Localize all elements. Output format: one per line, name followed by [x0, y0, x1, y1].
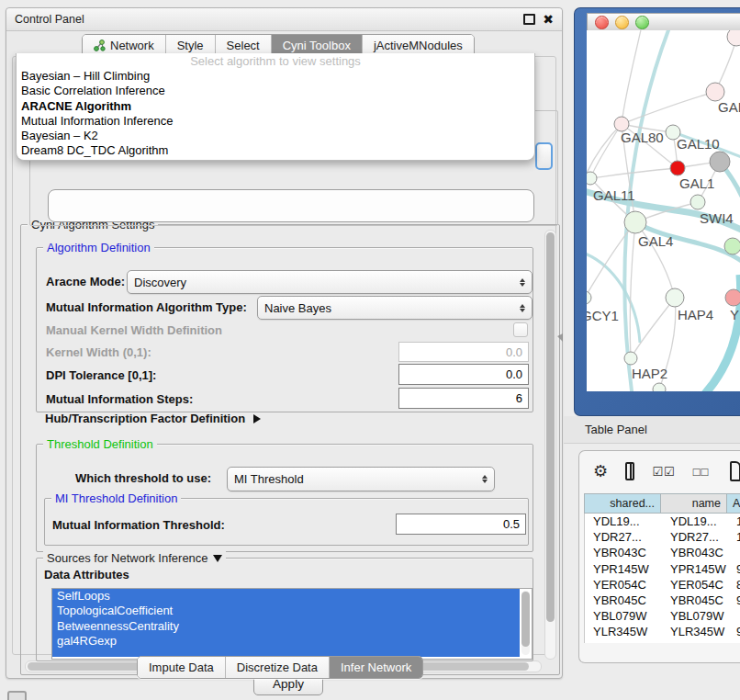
- attribute-list-item[interactable]: TopologicalCoefficient: [52, 604, 520, 618]
- network-node[interactable]: [653, 383, 666, 391]
- table-column-header[interactable]: A: [727, 493, 740, 514]
- attribute-list-item[interactable]: SelfLoops: [52, 589, 520, 604]
- network-window-titlebar: [587, 13, 740, 32]
- kernel-width-field[interactable]: 0.0: [398, 342, 529, 362]
- panel-divider-cursor[interactable]: [557, 333, 563, 342]
- scrollbar-thumb[interactable]: [546, 232, 555, 622]
- network-node-label: Y: [730, 307, 739, 322]
- manual-kernel-checkbox[interactable]: [513, 322, 528, 337]
- algorithm-option[interactable]: Bayesian – K2: [17, 129, 534, 143]
- tab-impute-data[interactable]: Impute Data: [138, 657, 226, 678]
- attribute-list-item[interactable]: BetweennessCentrality: [52, 619, 520, 634]
- table-cell: 13: [728, 514, 740, 529]
- which-threshold-combo[interactable]: MI Threshold: [227, 467, 495, 491]
- aracne-mode-combo[interactable]: Discovery: [127, 270, 533, 294]
- table-cell: YBR043C: [585, 545, 662, 560]
- tab-infer-network[interactable]: Infer Network: [330, 657, 422, 678]
- sources-legend[interactable]: Sources for Network Inference: [43, 551, 226, 565]
- close-icon[interactable]: ✖: [543, 15, 554, 24]
- table-row[interactable]: YIL052CYIL052C0.: [585, 640, 740, 644]
- tab-label: Discretize Data: [237, 660, 318, 674]
- list-vertical-scrollbar[interactable]: [521, 591, 530, 655]
- algorithm-option[interactable]: Bayesian – Hill Climbing: [17, 69, 534, 84]
- network-edge[interactable]: [587, 222, 635, 298]
- export-table-icon[interactable]: [730, 461, 740, 481]
- algorithm-option[interactable]: ARACNE Algorithm: [17, 99, 534, 114]
- table-cell: YDR27...: [662, 529, 728, 545]
- algorithm-combo-focus-fragment[interactable]: [535, 142, 553, 170]
- table-row[interactable]: YBL079WYBL079W: [585, 608, 740, 624]
- table-row[interactable]: YDL19...YDL19...13: [585, 514, 740, 529]
- algorithm-option[interactable]: Mutual Information Inference: [17, 114, 534, 129]
- table-column-header[interactable]: shared...: [584, 493, 661, 514]
- algorithm-option[interactable]: Dream8 DC_TDC Algorithm: [17, 143, 534, 158]
- table-settings-gear-icon[interactable]: ⚙: [593, 463, 608, 480]
- algorithm-option[interactable]: Basic Correlation Inference: [17, 84, 534, 98]
- scrollbar-thumb[interactable]: [521, 592, 530, 647]
- float-window-icon[interactable]: [523, 14, 535, 25]
- kernel-width-value: 0.0: [506, 345, 522, 359]
- network-edge[interactable]: [622, 92, 715, 124]
- attribute-list-item[interactable]: gal4RGexp: [52, 634, 520, 649]
- network-node[interactable]: [666, 288, 684, 307]
- network-node[interactable]: [624, 211, 646, 233]
- table-cell: YBR043C: [662, 545, 728, 560]
- zoom-traffic-icon[interactable]: [635, 16, 649, 29]
- table-cell: YIL052C: [585, 640, 662, 644]
- table-toolbar: ⚙ ☑☑ □□: [579, 451, 740, 491]
- network-node[interactable]: [690, 195, 705, 209]
- select-all-checks-icon[interactable]: ☑☑: [652, 465, 675, 479]
- network-edge[interactable]: [590, 124, 622, 178]
- table-cell: YLR345W: [662, 624, 728, 639]
- table-row[interactable]: YPR145WYPR145W9.: [585, 561, 740, 577]
- mi-threshold-field[interactable]: 0.5: [396, 514, 526, 535]
- network-node-label: SWI4: [700, 210, 734, 226]
- table-cell: 0.: [728, 640, 740, 644]
- network-node[interactable]: [587, 172, 597, 185]
- cyni-algorithm-settings-group: Cyni Algorithm Settings Algorithm Defini…: [20, 224, 560, 675]
- split-columns-icon[interactable]: [625, 462, 634, 480]
- network-edge[interactable]: [630, 222, 635, 358]
- control-panel-bottom-tabs: Impute DataDiscretize DataInfer Network: [137, 656, 423, 679]
- network-node[interactable]: [670, 161, 685, 175]
- combo-arrows-icon: [520, 304, 525, 312]
- deselect-all-boxes-icon[interactable]: □□: [693, 465, 710, 479]
- network-node[interactable]: [710, 152, 730, 172]
- dpi-tolerance-label: DPI Tolerance [0,1]:: [46, 368, 156, 382]
- table-row[interactable]: YER054CYER054C8.: [585, 577, 740, 593]
- network-graph: GALGAL80GAL10GAL1GAL11SWI4GAL4GCY1HAP4YH…: [587, 30, 740, 391]
- hub-definition-toggle[interactable]: Hub/Transcription Factor Definition: [45, 412, 261, 425]
- network-edge[interactable]: [622, 30, 642, 124]
- network-node[interactable]: [727, 30, 740, 46]
- minimize-traffic-icon[interactable]: [615, 16, 629, 29]
- algorithm-placeholder: Select algorithm to view settings: [17, 53, 534, 69]
- tab-label: Style: [177, 39, 204, 52]
- manual-kernel-label: Manual Kernel Width Definition: [46, 323, 222, 337]
- settings-vertical-scrollbar[interactable]: [544, 230, 556, 660]
- table-row[interactable]: YDR27...YDR27...12: [585, 529, 740, 545]
- tab-label: Infer Network: [341, 660, 411, 674]
- network-view-window[interactable]: GALGAL80GAL10GAL1GAL11SWI4GAL4GCY1HAP4YH…: [574, 7, 740, 416]
- mi-type-combo[interactable]: Naive Bayes: [257, 296, 533, 320]
- network-node[interactable]: [725, 289, 740, 306]
- tab-discretize-data[interactable]: Discretize Data: [226, 657, 330, 678]
- table-row[interactable]: YBR045CYBR045C9.: [585, 593, 740, 608]
- table-column-header[interactable]: name: [661, 493, 727, 514]
- network-node-label: HAP2: [632, 366, 667, 381]
- network-node[interactable]: [724, 238, 740, 254]
- network-node-label: GAL4: [638, 233, 673, 249]
- network-node[interactable]: [706, 83, 724, 101]
- network-selector-combo-fragment[interactable]: [48, 189, 534, 222]
- network-node[interactable]: [587, 291, 591, 304]
- minimized-panel-icon[interactable]: [7, 691, 27, 700]
- close-traffic-icon[interactable]: [595, 16, 609, 29]
- table-row[interactable]: YLR345WYLR345W9.: [585, 624, 740, 639]
- dpi-tolerance-field[interactable]: 0.0: [398, 364, 529, 385]
- algorithm-popup-list: Bayesian – Hill ClimbingBasic Correlatio…: [17, 69, 534, 159]
- mi-steps-field[interactable]: 6: [398, 388, 529, 409]
- table-panel-card: ⚙ ☑☑ □□ shared...nameA YDL19...YDL19...1…: [578, 450, 740, 663]
- network-node[interactable]: [624, 352, 637, 365]
- table-row[interactable]: YBR043CYBR043C: [585, 545, 740, 560]
- network-canvas[interactable]: GALGAL80GAL10GAL1GAL11SWI4GAL4GCY1HAP4YH…: [587, 30, 740, 391]
- data-attributes-list[interactable]: SelfLoopsTopologicalCoefficientBetweenne…: [51, 588, 533, 660]
